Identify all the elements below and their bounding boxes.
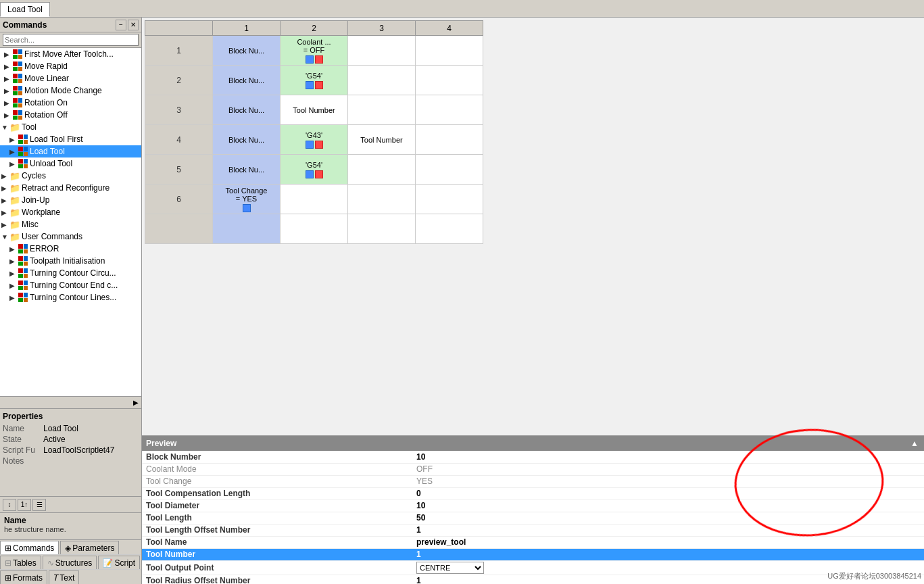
tab-script[interactable]: 📝 Script xyxy=(98,556,140,569)
sort-btn[interactable]: ↕ xyxy=(3,499,16,511)
cell-e-2[interactable] xyxy=(281,214,348,244)
tab-commands[interactable]: ⊞ Commands xyxy=(0,541,59,554)
cell-text: Coolant ...= OFF xyxy=(283,38,345,54)
tree-item-label: Load Tool xyxy=(30,147,65,156)
tree-item-load-tool[interactable]: ▶ Load Tool xyxy=(0,145,141,157)
expand-icon[interactable]: ▶ xyxy=(4,99,12,107)
tree-item-move-rapid[interactable]: ▶ Move Rapid xyxy=(0,60,141,72)
tab-parameters[interactable]: ◈ Parameters xyxy=(60,541,119,554)
tree-item-cycles[interactable]: ▶ 📁 Cycles xyxy=(0,170,141,182)
tab-text[interactable]: T Text xyxy=(49,570,79,584)
tree-item-load-tool-first[interactable]: ▶ Load Tool First xyxy=(0,133,141,145)
grid-icon xyxy=(12,97,23,108)
tree-item-workplane[interactable]: ▶ 📁 Workplane xyxy=(0,206,141,218)
cell-3-4[interactable] xyxy=(416,95,483,125)
cell-4-1[interactable]: Block Nu... xyxy=(213,125,281,155)
expand-icon[interactable]: ▶ xyxy=(9,148,18,155)
expand-icon[interactable]: ▶ xyxy=(4,51,12,58)
tree-item-error[interactable]: ▶ ERROR xyxy=(0,243,141,255)
tree-item-turn-contour-circ[interactable]: ▶ Turning Contour Circu... xyxy=(0,267,141,279)
cell-text: Block Nu... xyxy=(216,106,277,114)
cell-4-3[interactable]: Tool Number xyxy=(348,125,416,155)
cell-e-3[interactable] xyxy=(348,214,416,244)
tree-item-toolpath-init[interactable]: ▶ Toolpath Initialisation xyxy=(0,255,141,267)
tree-item-label: Join-Up xyxy=(22,195,49,205)
expand-icon[interactable]: ▶ xyxy=(9,282,18,289)
tree-item-first-move[interactable]: ▶ First Move After Toolch... xyxy=(0,48,141,60)
expand-icon[interactable]: ▶ xyxy=(4,87,12,95)
expand-icon[interactable]: ▶ xyxy=(9,160,18,168)
cell-1-3[interactable] xyxy=(348,36,416,66)
expand-icon[interactable]: ▶ xyxy=(4,63,12,70)
search-input[interactable] xyxy=(3,34,139,46)
tree-item-turn-contour-lines[interactable]: ▶ Turning Contour Lines... xyxy=(0,291,141,303)
tree-item-turn-contour-end[interactable]: ▶ Turning Contour End c... xyxy=(0,279,141,291)
tree-item-retract[interactable]: ▶ 📁 Retract and Reconfigure xyxy=(0,182,141,194)
expand-icon[interactable]: ▶ xyxy=(1,197,9,204)
preview-label: Tool Change xyxy=(142,475,412,487)
expand-icon[interactable]: ▶ xyxy=(9,136,18,143)
cell-icons xyxy=(283,141,345,149)
expand-icon[interactable]: ▶ xyxy=(4,75,12,82)
cell-4-2[interactable]: 'G43' xyxy=(281,125,348,155)
cell-1-1[interactable]: Block Nu... xyxy=(213,36,281,66)
expand-icon[interactable]: ▶ xyxy=(9,245,18,253)
cell-5-3[interactable] xyxy=(348,155,416,185)
cell-1-4[interactable] xyxy=(416,36,483,66)
tree-item-motion-mode[interactable]: ▶ Motion Mode Change xyxy=(0,84,141,97)
cell-6-4[interactable] xyxy=(416,185,483,214)
tree-item-misc[interactable]: ▶ 📁 Misc xyxy=(0,218,141,230)
tree-item-join-up[interactable]: ▶ 📁 Join-Up xyxy=(0,194,141,206)
tree-item-rotation-off[interactable]: ▶ Rotation Off xyxy=(0,109,141,121)
header-close-btn[interactable]: ✕ xyxy=(128,20,139,30)
cell-5-1[interactable]: Block Nu... xyxy=(213,155,281,185)
tab-formats[interactable]: ⊞ Formats xyxy=(0,570,47,584)
expand-icon[interactable]: ▶ xyxy=(1,185,9,192)
header-pin-btn[interactable]: − xyxy=(116,20,126,30)
cell-6-2[interactable] xyxy=(281,185,348,214)
expand-icon[interactable]: ▶ xyxy=(9,294,18,301)
expand-icon[interactable]: ▶ xyxy=(1,221,9,228)
cell-5-2[interactable]: 'G54' xyxy=(281,155,348,185)
expand-icon[interactable]: ▶ xyxy=(1,172,9,180)
tree-item-user-commands[interactable]: ▼ 📁 User Commands xyxy=(0,230,141,243)
tree-item-move-linear[interactable]: ▶ Move Linear xyxy=(0,72,141,84)
tree-item-unload-tool[interactable]: ▶ Unload Tool xyxy=(0,157,141,170)
cell-2-1[interactable]: Block Nu... xyxy=(213,66,281,95)
tool-output-select[interactable]: CENTRE TIP xyxy=(416,562,484,574)
preview-value[interactable]: 1 xyxy=(412,548,910,560)
flat-view-btn[interactable]: ☰ xyxy=(32,499,46,511)
cell-2-3[interactable] xyxy=(348,66,416,95)
grid-icon xyxy=(18,146,28,157)
tab-structures[interactable]: ∿ Structures xyxy=(43,556,97,569)
cell-5-4[interactable] xyxy=(416,155,483,185)
preview-row-tool-diameter: Tool Diameter 10 xyxy=(142,500,924,512)
cell-3-3[interactable] xyxy=(348,95,416,125)
sort-num-btn[interactable]: 1↑ xyxy=(18,499,31,511)
preview-collapse-btn[interactable]: ▲ xyxy=(909,438,920,449)
cell-e-1[interactable] xyxy=(213,214,281,244)
expand-icon[interactable]: ▶ xyxy=(4,112,12,119)
cell-6-3[interactable] xyxy=(348,185,416,214)
tree-item-rotation-on[interactable]: ▶ Rotation On xyxy=(0,97,141,109)
expand-icon[interactable]: ▶ xyxy=(9,270,18,277)
cell-3-1[interactable]: Block Nu... xyxy=(213,95,281,125)
tree-item-tool-folder[interactable]: ▼ 📁 Tool xyxy=(0,121,141,133)
expand-icon[interactable]: ▼ xyxy=(1,233,9,241)
cell-e-4[interactable] xyxy=(416,214,483,244)
tab-tables[interactable]: ⊟ Tables xyxy=(0,556,41,569)
cell-2-2[interactable]: 'G54' xyxy=(281,66,348,95)
cell-1-2[interactable]: Coolant ...= OFF xyxy=(281,36,348,66)
cell-3-2[interactable]: Tool Number xyxy=(281,95,348,125)
cell-6-1[interactable]: Tool Change= YES xyxy=(213,185,281,214)
preview-row-tool-number[interactable]: Tool Number 1 xyxy=(142,548,924,560)
load-tool-tab[interactable]: Load Tool xyxy=(0,2,50,17)
scroll-right-icon[interactable]: ▶ xyxy=(133,399,139,406)
cell-4-4[interactable] xyxy=(416,125,483,155)
expand-icon[interactable]: ▶ xyxy=(9,258,18,265)
cell-2-4[interactable] xyxy=(416,66,483,95)
tree-item-label: Unload Tool xyxy=(30,159,72,168)
expand-icon[interactable]: ▶ xyxy=(1,209,9,216)
preview-row-tool-len-offset: Tool Length Offset Number 1 xyxy=(142,524,924,536)
expand-icon[interactable]: ▼ xyxy=(1,124,9,131)
